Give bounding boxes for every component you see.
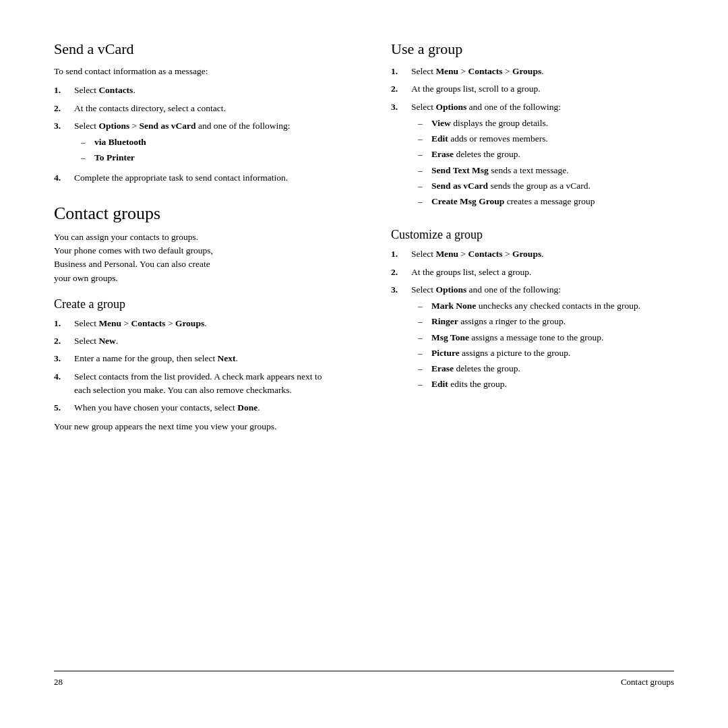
sub-content: Create Msg Group creates a message group <box>431 195 674 208</box>
use-group-steps: 1. Select Menu > Contacts > Groups. 2. A… <box>391 65 674 210</box>
list-item: 2. At the contacts directory, select a c… <box>54 102 337 115</box>
dash: – <box>81 151 94 164</box>
list-item: 4. Complete the appropriate task to send… <box>54 171 337 185</box>
list-item: 3. Select Options > Send as vCard and on… <box>54 119 337 167</box>
list-item: 3. Select Options and one of the followi… <box>391 283 674 394</box>
footer-section-name: Contact groups <box>621 677 674 688</box>
list-item: – Erase deletes the group. <box>411 362 674 375</box>
step-number: 3. <box>391 100 411 211</box>
step-content: Complete the appropriate task to send co… <box>74 171 337 185</box>
list-item: 1. Select Menu > Contacts > Groups. <box>391 247 674 261</box>
step-number: 4. <box>54 370 74 398</box>
sub-content: Erase deletes the group. <box>431 362 674 375</box>
sub-content: Edit edits the group. <box>431 377 674 391</box>
customize-group-title: Customize a group <box>391 228 674 242</box>
list-item: 2. At the groups list, select a group. <box>391 266 674 279</box>
content-area: Send a vCard To send contact information… <box>54 40 674 671</box>
dash: – <box>418 132 431 146</box>
send-vcard-steps: 1. Select Contacts. 2. At the contacts d… <box>54 84 337 185</box>
step-content: Select Menu > Contacts > Groups. <box>74 317 337 330</box>
list-item: 1. Select Menu > Contacts > Groups. <box>391 65 674 78</box>
step-number: 3. <box>391 283 411 394</box>
send-vcard-title: Send a vCard <box>54 40 337 58</box>
contact-groups-intro: You can assign your contacts to groups.Y… <box>54 231 337 285</box>
send-vcard-intro: To send contact information as a message… <box>54 65 337 78</box>
dash: – <box>418 331 431 344</box>
list-item: 2. Select New. <box>54 334 337 348</box>
sub-content: Msg Tone assigns a message tone to the g… <box>431 331 674 344</box>
list-item: – Create Msg Group creates a message gro… <box>411 195 674 208</box>
step-number: 4. <box>54 171 74 185</box>
step-content: At the groups list, scroll to a group. <box>411 82 674 96</box>
step-content: Select contacts from the list provided. … <box>74 370 337 398</box>
list-item: – Ringer assigns a ringer to the group. <box>411 315 674 328</box>
list-item: – Msg Tone assigns a message tone to the… <box>411 331 674 344</box>
list-item: – View displays the group details. <box>411 117 674 130</box>
list-item: – Send as vCard sends the group as a vCa… <box>411 179 674 193</box>
sub-content: View displays the group details. <box>431 117 674 130</box>
customize-group-steps: 1. Select Menu > Contacts > Groups. 2. A… <box>391 247 674 393</box>
list-item: 3. Enter a name for the group, then sele… <box>54 352 337 365</box>
list-item: – To Printer <box>74 151 337 164</box>
step-number: 1. <box>54 317 74 330</box>
left-column: Send a vCard To send contact information… <box>54 40 351 671</box>
dash: – <box>418 346 431 360</box>
customize-group-sub-options: – Mark None unchecks any checked contact… <box>411 299 674 392</box>
step-content: Select Options > Send as vCard and one o… <box>74 119 337 167</box>
contact-groups-title: Contact groups <box>54 204 337 224</box>
dash: – <box>418 179 431 193</box>
list-item: – via Bluetooth <box>74 135 337 149</box>
sub-content: Mark None unchecks any checked contacts … <box>431 299 674 313</box>
create-group-title: Create a group <box>54 297 337 311</box>
step-content: At the contacts directory, select a cont… <box>74 102 337 115</box>
dash: – <box>418 164 431 177</box>
step-number: 2. <box>391 266 411 279</box>
list-item: – Mark None unchecks any checked contact… <box>411 299 674 313</box>
step-content: Enter a name for the group, then select … <box>74 352 337 365</box>
step-content: Select Menu > Contacts > Groups. <box>411 65 674 78</box>
dash: – <box>418 195 431 208</box>
list-item: – Send Text Msg sends a text message. <box>411 164 674 177</box>
list-item: – Erase deletes the group. <box>411 148 674 161</box>
create-group-steps: 1. Select Menu > Contacts > Groups. 2. S… <box>54 317 337 415</box>
sub-content: Ringer assigns a ringer to the group. <box>431 315 674 328</box>
dash: – <box>418 377 431 391</box>
sub-content: Edit adds or removes members. <box>431 132 674 146</box>
list-item: 5. When you have chosen your contacts, s… <box>54 401 337 415</box>
list-item: 1. Select Menu > Contacts > Groups. <box>54 317 337 330</box>
dash: – <box>418 362 431 375</box>
step-number: 2. <box>54 334 74 348</box>
step-content: Select Options and one of the following:… <box>411 283 674 394</box>
use-group-title: Use a group <box>391 40 674 58</box>
create-group-footer: Your new group appears the next time you… <box>54 420 337 433</box>
right-column: Use a group 1. Select Menu > Contacts > … <box>377 40 674 671</box>
step-content: Select Menu > Contacts > Groups. <box>411 247 674 261</box>
step-number: 3. <box>54 119 74 167</box>
step-number: 3. <box>54 352 74 365</box>
sub-options-list: – via Bluetooth – To Printer <box>74 135 337 165</box>
dash: – <box>418 315 431 328</box>
step-number: 1. <box>391 65 411 78</box>
list-item: 4. Select contacts from the list provide… <box>54 370 337 398</box>
step-content: When you have chosen your contacts, sele… <box>74 401 337 415</box>
step-number: 1. <box>54 84 74 97</box>
dash: – <box>418 117 431 130</box>
dash: – <box>418 299 431 313</box>
step-content: Select New. <box>74 334 337 348</box>
list-item: – Edit edits the group. <box>411 377 674 391</box>
use-group-sub-options: – View displays the group details. – Edi… <box>411 117 674 209</box>
step-content: At the groups list, select a group. <box>411 266 674 279</box>
step-content: Select Contacts. <box>74 84 337 97</box>
step-number: 2. <box>54 102 74 115</box>
sub-content: Erase deletes the group. <box>431 148 674 161</box>
step-content: Select Options and one of the following:… <box>411 100 674 211</box>
page: Send a vCard To send contact information… <box>0 0 728 728</box>
step-number: 1. <box>391 247 411 261</box>
list-item: – Edit adds or removes members. <box>411 132 674 146</box>
sub-content: Send as vCard sends the group as a vCard… <box>431 179 674 193</box>
list-item: 2. At the groups list, scroll to a group… <box>391 82 674 96</box>
footer: 28 Contact groups <box>54 671 674 688</box>
step-number: 2. <box>391 82 411 96</box>
list-item: 3. Select Options and one of the followi… <box>391 100 674 211</box>
sub-content: To Printer <box>94 151 337 164</box>
